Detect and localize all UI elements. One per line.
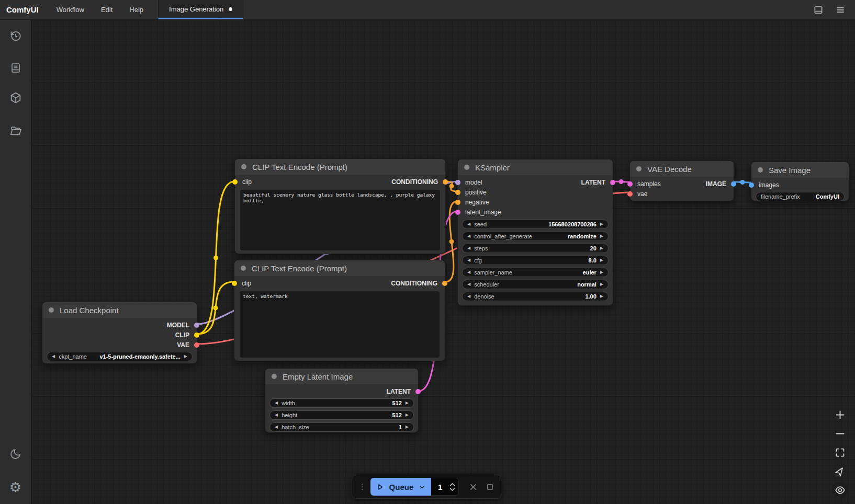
input-port-vae[interactable] [627,191,633,197]
node-vae-decode[interactable]: VAE Decode samples IMAGE vae [629,161,734,201]
node-title-bar[interactable]: CLIP Text Encode (Prompt) [235,159,445,175]
collapse-dot-icon[interactable] [272,374,277,379]
increment-arrow-icon[interactable]: ▶ [600,246,603,250]
decrement-arrow-icon[interactable]: ◀ [467,234,470,238]
history-icon[interactable] [9,30,22,42]
input-port-images[interactable] [749,182,754,188]
decrement-arrow-icon[interactable]: ◀ [275,413,278,417]
control-after-generate-widget[interactable]: ◀ control_after_generate randomize ▶ [462,232,609,241]
output-port-conditioning[interactable] [442,281,447,286]
node-title-bar[interactable]: CLIP Text Encode (Prompt) [234,260,445,276]
batch-count-spinner[interactable]: 1 [431,478,459,496]
increment-arrow-icon[interactable]: ▶ [184,354,187,359]
decrement-arrow-icon[interactable]: ◀ [467,258,470,262]
steps-widget[interactable]: ◀ steps 20 ▶ [462,244,609,253]
prompt-text-input[interactable]: beautiful scenery nature glass bottle la… [240,190,440,250]
node-ksampler[interactable]: KSampler model LATENT positive negative [457,159,613,306]
prompt-text-input[interactable]: text, watermark [240,291,440,358]
increment-arrow-icon[interactable]: ▶ [600,294,603,299]
output-port-conditioning[interactable] [443,179,448,185]
pan-mode-button[interactable] [832,463,848,479]
clear-queue-icon[interactable] [468,482,478,492]
node-save-image[interactable]: Save Image images filename_prefix ComfyU… [751,162,849,201]
output-port-clip[interactable] [194,333,199,338]
cfg-widget[interactable]: ◀ cfg 8.0 ▶ [462,256,609,265]
sampler-name-widget[interactable]: ◀ sampler_name euler ▶ [462,268,609,277]
batch-size-widget[interactable]: ◀ batch_size 1 ▶ [269,422,414,432]
increment-arrow-icon[interactable]: ▶ [600,234,603,238]
node-graph-canvas[interactable]: Load Checkpoint MODEL CLIP VAE ◀ ckpt_na [31,20,855,504]
node-clip-text-encode-positive[interactable]: CLIP Text Encode (Prompt) clip CONDITION… [234,158,446,254]
output-port-model[interactable] [194,323,199,328]
increment-arrow-icon[interactable]: ▶ [600,222,603,226]
output-port-image[interactable] [731,181,736,187]
node-title-bar[interactable]: VAE Decode [630,161,734,177]
decrement-arrow-icon[interactable]: ◀ [275,401,278,405]
tab-image-generation[interactable]: Image Generation [158,0,243,19]
bottom-panel-icon[interactable] [813,5,824,15]
increment-arrow-icon[interactable]: ▶ [600,282,603,287]
output-port-latent[interactable] [415,389,421,394]
node-clip-text-encode-negative[interactable]: CLIP Text Encode (Prompt) clip CONDITION… [234,260,445,361]
spinner-up-icon[interactable] [449,483,455,486]
decrement-arrow-icon[interactable]: ◀ [467,246,470,250]
fit-view-button[interactable] [832,444,848,460]
stop-icon[interactable] [486,483,494,491]
zoom-in-button[interactable] [832,407,848,422]
collapse-dot-icon[interactable] [241,266,246,271]
queue-log-icon[interactable] [9,62,22,74]
input-port-model[interactable] [455,180,460,185]
chevron-down-icon [418,483,426,491]
input-port-clip[interactable] [232,179,238,185]
increment-arrow-icon[interactable]: ▶ [406,425,409,429]
node-title-bar[interactable]: Save Image [751,162,849,178]
node-title-bar[interactable]: Empty Latent Image [265,369,418,384]
decrement-arrow-icon[interactable]: ◀ [467,294,470,299]
input-port-latent-image[interactable] [455,210,460,215]
menu-workflow[interactable]: Workflow [48,0,93,19]
input-port-clip[interactable] [232,281,237,286]
increment-arrow-icon[interactable]: ▶ [600,258,603,262]
input-port-samples[interactable] [627,181,633,187]
scheduler-widget[interactable]: ◀ scheduler normal ▶ [462,280,609,289]
toggle-minimap-eye-button[interactable] [832,482,848,498]
collapse-dot-icon[interactable] [464,165,469,170]
output-port-vae[interactable] [194,342,199,348]
width-widget[interactable]: ◀ width 512 ▶ [269,398,414,408]
settings-gear-icon[interactable]: ⚙ [9,480,21,494]
increment-arrow-icon[interactable]: ▶ [406,413,409,417]
collapse-dot-icon[interactable] [636,166,642,171]
output-port-latent[interactable] [610,180,615,185]
spinner-down-icon[interactable] [449,488,455,491]
workflows-folder-icon[interactable] [9,124,22,138]
height-widget[interactable]: ◀ height 512 ▶ [269,410,414,420]
theme-moon-icon[interactable] [9,448,22,460]
decrement-arrow-icon[interactable]: ◀ [467,222,470,226]
zoom-out-button[interactable] [832,426,848,441]
queue-button[interactable]: Queue [370,478,431,496]
denoise-widget[interactable]: ◀ denoise 1.00 ▶ [462,292,609,301]
node-load-checkpoint[interactable]: Load Checkpoint MODEL CLIP VAE ◀ ckpt_na [42,302,197,364]
seed-widget[interactable]: ◀ seed 156680208700286 ▶ [462,220,609,229]
input-port-positive[interactable] [455,190,460,195]
decrement-arrow-icon[interactable]: ◀ [52,354,55,359]
node-library-icon[interactable] [9,91,22,105]
decrement-arrow-icon[interactable]: ◀ [275,425,278,429]
collapse-dot-icon[interactable] [241,164,246,169]
collapse-dot-icon[interactable] [758,167,763,173]
menu-edit[interactable]: Edit [93,0,121,19]
increment-arrow-icon[interactable]: ▶ [406,401,409,405]
decrement-arrow-icon[interactable]: ◀ [467,282,470,287]
node-empty-latent-image[interactable]: Empty Latent Image LATENT ◀ width 512 ▶ … [265,368,419,433]
menu-hamburger-icon[interactable] [835,5,846,15]
increment-arrow-icon[interactable]: ▶ [600,270,603,274]
input-port-negative[interactable] [455,200,460,205]
collapse-dot-icon[interactable] [49,307,54,313]
menu-help[interactable]: Help [121,0,152,19]
drag-handle-icon[interactable]: ⋮ [358,482,366,491]
filename-prefix-widget[interactable]: filename_prefix ComfyUI [756,192,845,201]
ckpt-name-widget[interactable]: ◀ ckpt_name v1-5-pruned-emaonly.safete..… [47,352,193,361]
node-title-bar[interactable]: Load Checkpoint [42,302,197,318]
node-title-bar[interactable]: KSampler [458,159,613,175]
decrement-arrow-icon[interactable]: ◀ [467,270,470,274]
